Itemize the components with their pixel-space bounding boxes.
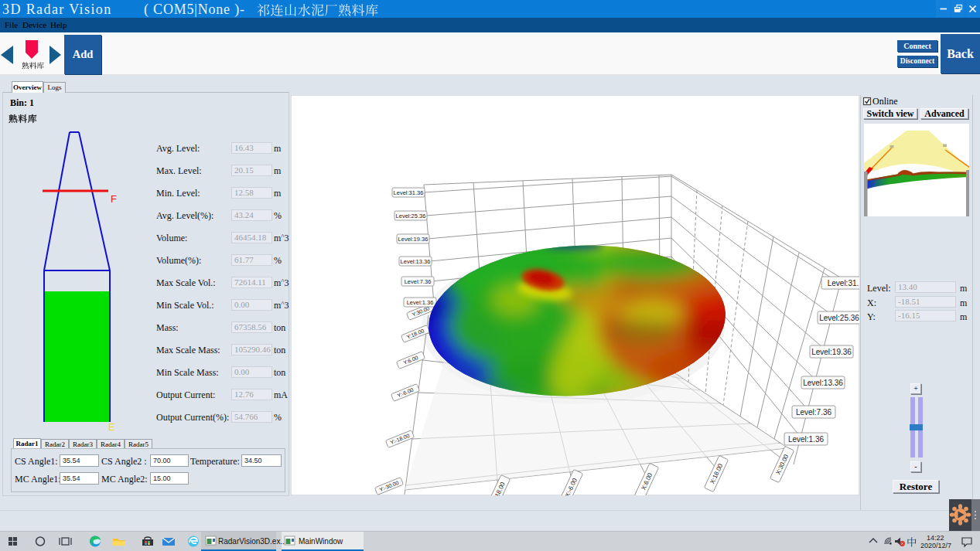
svg-text:E: E [108,421,115,433]
svg-text:Level:19.36: Level:19.36 [398,236,429,243]
svg-text:Level:31.: Level:31. [828,279,859,287]
svg-text:Level:19.36: Level:19.36 [811,348,852,356]
svg-text:14:22: 14:22 [927,534,944,542]
svg-text:RadarVision3D.ex...: RadarVision3D.ex... [218,537,287,546]
svg-text:2020/12/7: 2020/12/7 [920,542,951,549]
svg-text:( COM5|None )-: ( COM5|None )- [144,2,245,18]
svg-text:Online: Online [872,97,898,106]
svg-text:MainWindow: MainWindow [299,537,343,546]
svg-text:Level:13.36: Level:13.36 [803,379,843,387]
svg-text:Level:25.36: Level:25.36 [819,314,859,322]
svg-text:Level:7.36: Level:7.36 [405,278,432,285]
svg-text:Level:1.36: Level:1.36 [788,435,825,444]
svg-text:Level:31.36: Level:31.36 [394,189,424,196]
svg-text:Level:25.36: Level:25.36 [396,213,426,219]
svg-text:F: F [111,193,117,205]
svg-text:Level:13.36: Level:13.36 [401,258,431,265]
svg-text:3D Radar Vision: 3D Radar Vision [2,2,112,17]
svg-text:Level:7.36: Level:7.36 [796,408,832,417]
svg-text:Level:1.36: Level:1.36 [407,299,434,306]
